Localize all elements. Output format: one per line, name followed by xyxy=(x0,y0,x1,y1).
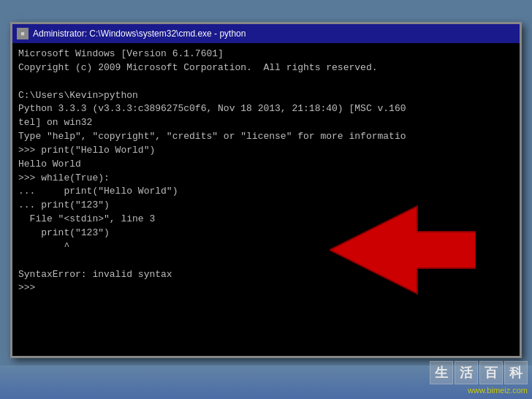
zh-char-1: 生 xyxy=(430,361,453,384)
title-bar-icon: ■ xyxy=(17,28,28,39)
watermark-url: www.bimeiz.com xyxy=(468,386,528,395)
cmd-output: Microsoft Windows [Version 6.1.7601] Cop… xyxy=(18,48,514,295)
zh-char-4: 科 xyxy=(504,361,528,384)
cmd-window-outer: ■ Administrator: C:\Windows\system32\cmd… xyxy=(10,22,522,358)
zh-char-2: 活 xyxy=(455,361,478,384)
zh-chars: 生 活 百 科 xyxy=(430,361,528,384)
title-bar-text: Administrator: C:\Windows\system32\cmd.e… xyxy=(33,28,246,39)
title-bar: ■ Administrator: C:\Windows\system32\cmd… xyxy=(12,24,520,43)
cmd-content-area: Microsoft Windows [Version 6.1.7601] Cop… xyxy=(12,43,520,356)
zh-char-3: 百 xyxy=(479,361,503,384)
watermark-area: 生 活 百 科 www.bimeiz.com xyxy=(430,361,528,395)
